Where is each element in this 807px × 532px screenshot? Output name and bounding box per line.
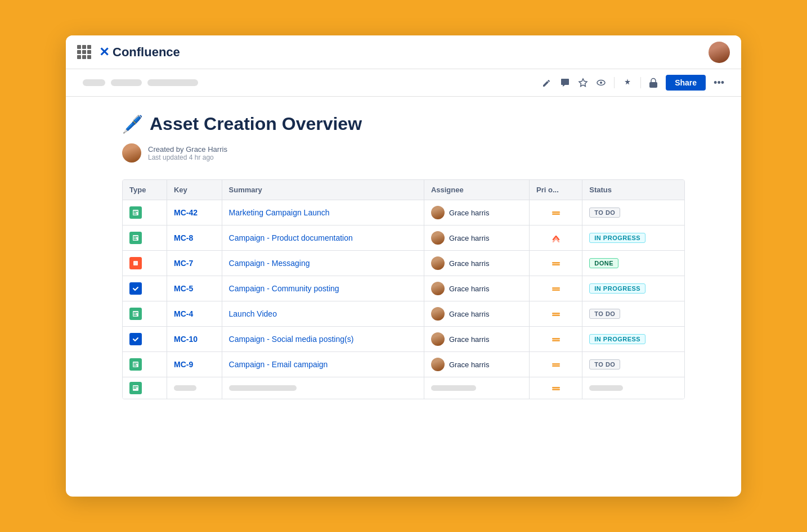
svg-point-1 <box>600 82 602 84</box>
cell-summary[interactable]: Campaign - Messaging <box>222 251 424 276</box>
table-row: MC-10Campaign - Social media posting(s) … <box>123 327 684 352</box>
toolbar-divider-1 <box>614 77 615 88</box>
edit-icon[interactable] <box>542 78 552 88</box>
breadcrumb-3 <box>147 79 198 86</box>
cell-type <box>123 226 167 251</box>
svg-rect-13 <box>133 261 138 265</box>
cell-priority <box>530 200 582 226</box>
author-row: Created by Grace Harris Last updated 4 h… <box>122 143 685 163</box>
svg-rect-16 <box>552 287 560 289</box>
type-icon <box>129 333 142 345</box>
svg-rect-5 <box>133 213 136 214</box>
cell-key[interactable]: MC-42 <box>167 200 222 226</box>
key-link[interactable]: MC-9 <box>174 360 193 369</box>
key-link[interactable]: MC-10 <box>174 335 198 344</box>
assignee-name: Grace harris <box>449 259 490 268</box>
key-link[interactable]: MC-7 <box>174 259 193 268</box>
key-link[interactable]: MC-5 <box>174 284 193 293</box>
cell-type <box>123 301 167 327</box>
cell-status: TO DO <box>582 200 684 226</box>
svg-rect-21 <box>133 315 137 316</box>
cell-key[interactable]: MC-7 <box>167 251 222 276</box>
breadcrumb-area <box>83 79 198 86</box>
summary-link[interactable]: Campaign - Social media posting(s) <box>229 335 354 344</box>
svg-rect-8 <box>552 214 560 215</box>
nav-bar: ✕ Confluence <box>66 35 741 69</box>
app-grid-icon[interactable] <box>77 45 91 59</box>
cell-summary[interactable]: Campaign - Email campaign <box>222 352 424 377</box>
summary-link[interactable]: Campaign - Product documentation <box>229 233 353 242</box>
comment-icon[interactable] <box>560 78 570 88</box>
cell-key[interactable]: MC-9 <box>167 352 222 377</box>
cell-summary[interactable]: Marketing Campaign Launch <box>222 200 424 226</box>
lock-icon[interactable] <box>649 78 658 88</box>
cell-summary[interactable]: Launch Video <box>222 301 424 327</box>
svg-rect-22 <box>552 313 560 314</box>
table-row: MC-4Launch Video Grace harris TO DO <box>123 301 684 327</box>
cell-key[interactable]: MC-10 <box>167 327 222 352</box>
status-badge: DONE <box>589 258 618 268</box>
confluence-logo[interactable]: ✕ Confluence <box>99 45 180 60</box>
assignee-avatar <box>431 358 445 371</box>
svg-rect-14 <box>552 262 560 264</box>
cell-key[interactable]: MC-4 <box>167 301 222 327</box>
assignee-name: Grace harris <box>449 285 490 293</box>
status-badge: IN PROGRESS <box>589 233 645 243</box>
key-link[interactable]: MC-4 <box>174 309 193 318</box>
more-options-button[interactable]: ••• <box>714 77 724 89</box>
table-row-loading <box>123 377 684 399</box>
key-link[interactable]: MC-42 <box>174 208 198 217</box>
cell-summary[interactable]: Campaign - Community posting <box>222 276 424 301</box>
svg-rect-20 <box>133 314 136 315</box>
assignee-avatar <box>431 231 445 245</box>
cell-assignee: Grace harris <box>424 352 529 377</box>
assignee-avatar <box>431 256 445 270</box>
ai-icon[interactable] <box>622 78 633 88</box>
priority-icon <box>536 360 575 369</box>
assignee-name: Grace harris <box>449 310 490 318</box>
type-icon <box>129 358 142 371</box>
svg-rect-34 <box>133 388 136 389</box>
watch-icon[interactable] <box>596 78 606 88</box>
summary-link[interactable]: Campaign - Community posting <box>229 284 339 293</box>
nav-left: ✕ Confluence <box>77 45 180 60</box>
author-avatar <box>122 143 141 163</box>
cell-status: IN PROGRESS <box>582 327 684 352</box>
type-icon <box>129 206 142 219</box>
svg-rect-27 <box>133 363 138 364</box>
summary-link[interactable]: Campaign - Email campaign <box>229 360 328 369</box>
key-link[interactable]: MC-8 <box>174 233 193 242</box>
table-row: MC-7Campaign - Messaging Grace harris DO… <box>123 251 684 276</box>
assignee-avatar <box>431 282 445 295</box>
cell-status: TO DO <box>582 301 684 327</box>
cell-summary[interactable]: Campaign - Product documentation <box>222 226 424 251</box>
cell-type <box>123 352 167 377</box>
cell-type <box>123 251 167 276</box>
star-icon[interactable] <box>578 78 588 88</box>
cell-priority <box>530 226 582 251</box>
svg-rect-31 <box>552 366 560 367</box>
cell-loading-summary <box>222 377 424 399</box>
svg-rect-11 <box>133 238 136 239</box>
author-info: Created by Grace Harris Last updated 4 h… <box>148 145 227 161</box>
cell-assignee: Grace harris <box>424 301 529 327</box>
summary-link[interactable]: Campaign - Messaging <box>229 259 310 268</box>
cell-key[interactable]: MC-5 <box>167 276 222 301</box>
cell-assignee: Grace harris <box>424 327 529 352</box>
user-avatar[interactable] <box>709 42 730 63</box>
svg-rect-36 <box>552 389 560 391</box>
cell-key[interactable]: MC-8 <box>167 226 222 251</box>
summary-link[interactable]: Launch Video <box>229 309 277 318</box>
cell-summary[interactable]: Campaign - Social media posting(s) <box>222 327 424 352</box>
assignee-name: Grace harris <box>449 234 490 242</box>
author-created-by: Created by Grace Harris <box>148 145 227 154</box>
share-button[interactable]: Share <box>666 75 706 91</box>
priority-icon <box>536 208 575 217</box>
priority-icon <box>536 284 575 293</box>
cell-status: IN PROGRESS <box>582 276 684 301</box>
cell-type <box>123 200 167 226</box>
col-status: Status <box>582 180 684 200</box>
summary-link[interactable]: Marketing Campaign Launch <box>229 208 330 217</box>
cell-loading-priority <box>530 377 582 399</box>
page-title: Asset Creation Overview <box>150 114 362 134</box>
